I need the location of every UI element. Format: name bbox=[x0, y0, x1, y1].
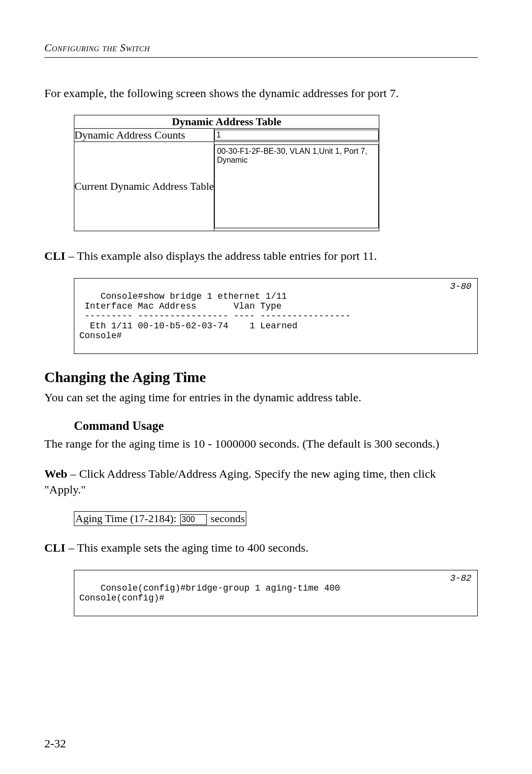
dat-table-value-cell: 00-30-F1-2F-BE-30, VLAN 1,Unit 1, Port 7… bbox=[214, 142, 379, 231]
aging-time-input[interactable] bbox=[180, 514, 207, 525]
dat-table-label: Current Dynamic Address Table bbox=[74, 142, 214, 231]
cli2-code-block: 3-82Console(config)#bridge-group 1 aging… bbox=[74, 570, 478, 616]
aging-label: Aging Time (17-2184): bbox=[75, 512, 176, 525]
dat-counts-value-cell: 1 bbox=[214, 129, 379, 142]
section-intro: You can set the aging time for entries i… bbox=[44, 389, 478, 405]
aging-time-form: Aging Time (17-2184): seconds bbox=[74, 511, 246, 526]
aging-unit: seconds bbox=[210, 512, 245, 525]
web-lead: Web bbox=[44, 467, 67, 480]
cli1-paragraph: CLI – This example also displays the add… bbox=[44, 248, 478, 264]
dat-counts-label: Dynamic Address Counts bbox=[74, 129, 214, 142]
section-heading: Changing the Aging Time bbox=[44, 369, 478, 386]
intro-paragraph: For example, the following screen shows … bbox=[44, 85, 478, 101]
page: Configuring the Switch For example, the … bbox=[0, 0, 532, 774]
dynamic-address-table: Dynamic Address Table Dynamic Address Co… bbox=[74, 115, 379, 231]
cli2-lead: CLI bbox=[44, 541, 66, 554]
dat-title: Dynamic Address Table bbox=[74, 115, 379, 129]
cli1-lead: CLI bbox=[44, 249, 66, 262]
dat-counts-value: 1 bbox=[214, 130, 379, 141]
cli2-code: Console(config)#bridge-group 1 aging-tim… bbox=[79, 583, 340, 603]
web-text: – Click Address Table/Address Aging. Spe… bbox=[44, 467, 436, 496]
cli2-text: – This example sets the aging time to 40… bbox=[66, 541, 308, 554]
cli1-code-block: 3-80Console#show bridge 1 ethernet 1/11 … bbox=[74, 278, 478, 354]
header-rule bbox=[44, 57, 478, 58]
cli1-page-ref: 3-80 bbox=[450, 281, 471, 291]
web-paragraph: Web – Click Address Table/Address Aging.… bbox=[44, 466, 478, 498]
page-number: 2-32 bbox=[44, 737, 66, 750]
cli2-page-ref: 3-82 bbox=[450, 573, 471, 583]
usage-paragraph: The range for the aging time is 10 - 100… bbox=[44, 436, 478, 452]
cli2-paragraph: CLI – This example sets the aging time t… bbox=[44, 540, 478, 556]
running-head: Configuring the Switch bbox=[44, 41, 478, 54]
cli1-code: Console#show bridge 1 ethernet 1/11 Inte… bbox=[79, 291, 351, 341]
cli1-text: – This example also displays the address… bbox=[66, 249, 377, 262]
dat-table-value: 00-30-F1-2F-BE-30, VLAN 1,Unit 1, Port 7… bbox=[214, 144, 379, 228]
subheading-command-usage: Command Usage bbox=[74, 419, 478, 433]
